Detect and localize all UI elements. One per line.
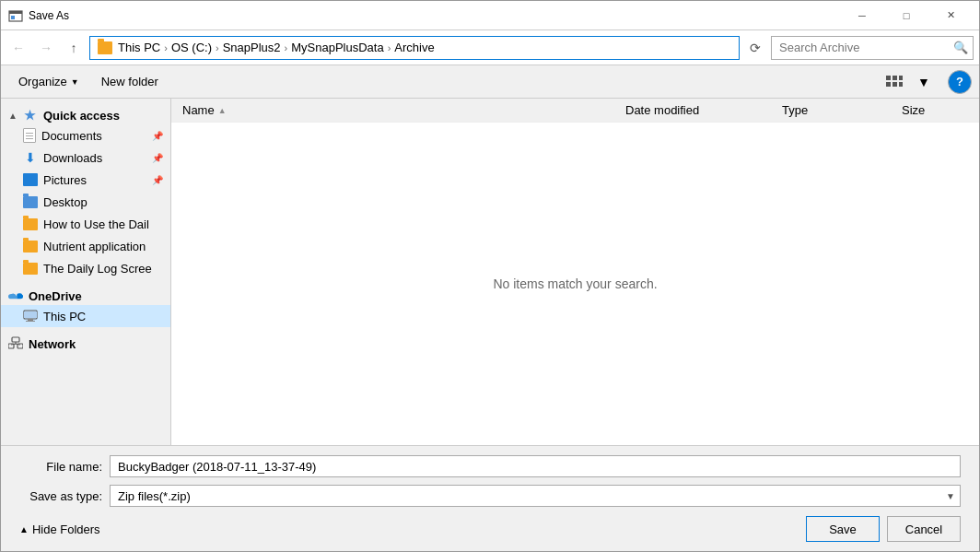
maximize-button[interactable]: □: [885, 2, 928, 29]
nutrient-label: Nutrient application: [43, 240, 163, 253]
bottom-section: File name: Save as type: Zip files(*.zip…: [1, 445, 979, 551]
col-header-date[interactable]: Date modified: [622, 99, 778, 122]
quick-access-icon: ★: [23, 108, 38, 123]
how-to-label: How to Use the Dail: [43, 217, 163, 231]
empty-message: No items match your search.: [493, 276, 657, 291]
main-area: ▲ ★ Quick access Documents 📌 ⬇ Downloads…: [1, 99, 979, 445]
savetype-label: Save as type:: [19, 489, 102, 503]
filename-label: File name:: [19, 460, 102, 474]
content-area: Name ▲ Date modified Type Size No items …: [171, 99, 979, 445]
pictures-label: Pictures: [43, 173, 146, 187]
svg-rect-1: [9, 11, 22, 14]
sidebar-onedrive-header[interactable]: OneDrive: [1, 283, 170, 305]
hide-folders-label: Hide Folders: [32, 523, 100, 536]
sidebar-item-downloads[interactable]: ⬇ Downloads 📌: [1, 147, 170, 169]
col-header-size[interactable]: Size: [898, 99, 972, 122]
organize-button[interactable]: Organize ▼: [8, 69, 89, 95]
view-button[interactable]: [881, 69, 907, 95]
sidebar-item-nutrient[interactable]: Nutrient application: [1, 235, 170, 257]
window-icon: [8, 8, 23, 23]
svg-rect-2: [11, 16, 15, 19]
col-header-type[interactable]: Type: [778, 99, 898, 122]
title-bar: Save As ─ □ ✕: [1, 1, 979, 30]
toolbar-right: ▼ ?: [881, 69, 972, 95]
refresh-button[interactable]: ⟳: [743, 36, 767, 60]
new-folder-button[interactable]: New folder: [91, 69, 169, 95]
filename-input[interactable]: [110, 455, 961, 477]
onedrive-label: OneDrive: [29, 289, 82, 303]
how-to-folder-icon: [23, 218, 38, 230]
sidebar-item-desktop[interactable]: Desktop: [1, 191, 170, 213]
forward-button[interactable]: →: [34, 36, 58, 60]
daily-log-folder-icon: [23, 263, 38, 275]
organize-arrow: ▼: [71, 77, 79, 87]
svg-rect-3: [886, 76, 891, 80]
downloads-icon: ⬇: [23, 150, 38, 165]
sidebar-network-header[interactable]: Network: [1, 331, 170, 353]
search-wrap: 🔍: [771, 36, 974, 60]
desktop-icon: [23, 196, 38, 208]
file-list: No items match your search.: [171, 123, 979, 445]
sidebar-item-pictures[interactable]: Pictures 📌: [1, 169, 170, 191]
back-button[interactable]: ←: [6, 36, 30, 60]
help-button[interactable]: ?: [948, 70, 972, 94]
sidebar: ▲ ★ Quick access Documents 📌 ⬇ Downloads…: [1, 99, 171, 445]
savetype-select-wrap: Zip files(*.zip) ▼: [110, 485, 961, 507]
window-controls: ─ □ ✕: [841, 2, 972, 29]
sidebar-quick-access-header[interactable]: ▲ ★ Quick access: [1, 102, 170, 124]
quick-access-collapse-icon: ▲: [8, 111, 18, 121]
sidebar-item-how-to[interactable]: How to Use the Dail: [1, 213, 170, 235]
cancel-button[interactable]: Cancel: [887, 516, 961, 542]
window-title: Save As: [29, 9, 841, 22]
svg-rect-4: [892, 76, 897, 80]
svg-rect-6: [886, 82, 891, 87]
pin-icon-documents: 📌: [152, 131, 163, 141]
minimize-button[interactable]: ─: [841, 2, 883, 29]
pin-icon-downloads: 📌: [152, 153, 163, 163]
network-icon: [8, 336, 23, 351]
savetype-select[interactable]: Zip files(*.zip): [110, 485, 961, 507]
desktop-label: Desktop: [43, 195, 163, 209]
sidebar-item-documents[interactable]: Documents 📌: [1, 124, 170, 147]
pin-icon-pictures: 📌: [152, 175, 163, 185]
quick-access-label: Quick access: [43, 109, 120, 123]
svg-rect-5: [899, 76, 903, 80]
col-header-name[interactable]: Name ▲: [179, 99, 622, 122]
svg-rect-8: [899, 82, 903, 87]
close-button[interactable]: ✕: [929, 2, 972, 29]
address-path[interactable]: This PC › OS (C:) › SnapPlus2 › MySnapPl…: [89, 36, 740, 60]
view-dropdown-button[interactable]: ▼: [911, 69, 937, 95]
save-button[interactable]: Save: [806, 516, 880, 542]
column-headers: Name ▲ Date modified Type Size: [171, 99, 979, 123]
save-as-dialog: Save As ─ □ ✕ ← → ↑ This PC › OS (C:) › …: [0, 0, 980, 552]
sidebar-item-daily-log[interactable]: The Daily Log Scree: [1, 257, 170, 279]
onedrive-icon: [8, 288, 23, 303]
path-part-mysnapplus: MySnapPlusData: [291, 41, 383, 54]
svg-rect-10: [24, 311, 37, 318]
documents-label: Documents: [41, 129, 146, 143]
toolbar: Organize ▼ New folder ▼ ?: [1, 65, 979, 99]
nutrient-folder-icon: [23, 241, 38, 253]
documents-icon: [23, 128, 36, 143]
downloads-label: Downloads: [43, 151, 146, 165]
sidebar-item-thispc[interactable]: This PC: [1, 305, 170, 327]
hide-folders-button[interactable]: ▲ Hide Folders: [19, 523, 100, 536]
svg-rect-7: [892, 82, 897, 87]
path-folder-icon: [98, 41, 112, 54]
search-input[interactable]: [771, 36, 974, 60]
savetype-row: Save as type: Zip files(*.zip) ▼: [19, 485, 961, 507]
address-bar: ← → ↑ This PC › OS (C:) › SnapPlus2 › My…: [1, 30, 979, 65]
daily-log-label: The Daily Log Scree: [43, 262, 163, 276]
up-button[interactable]: ↑: [62, 36, 86, 60]
path-part-archive: Archive: [394, 41, 434, 54]
hide-folders-chevron: ▲: [19, 524, 29, 534]
path-part-osc: OS (C:): [171, 41, 212, 54]
path-part-snapplus2: SnapPlus2: [223, 41, 281, 54]
thispc-icon: [23, 309, 38, 323]
filename-row: File name:: [19, 455, 961, 477]
action-row: ▲ Hide Folders Save Cancel: [19, 516, 961, 542]
pictures-icon: [23, 173, 38, 186]
svg-rect-11: [28, 319, 33, 321]
thispc-label: This PC: [43, 310, 163, 323]
network-label: Network: [29, 337, 76, 351]
